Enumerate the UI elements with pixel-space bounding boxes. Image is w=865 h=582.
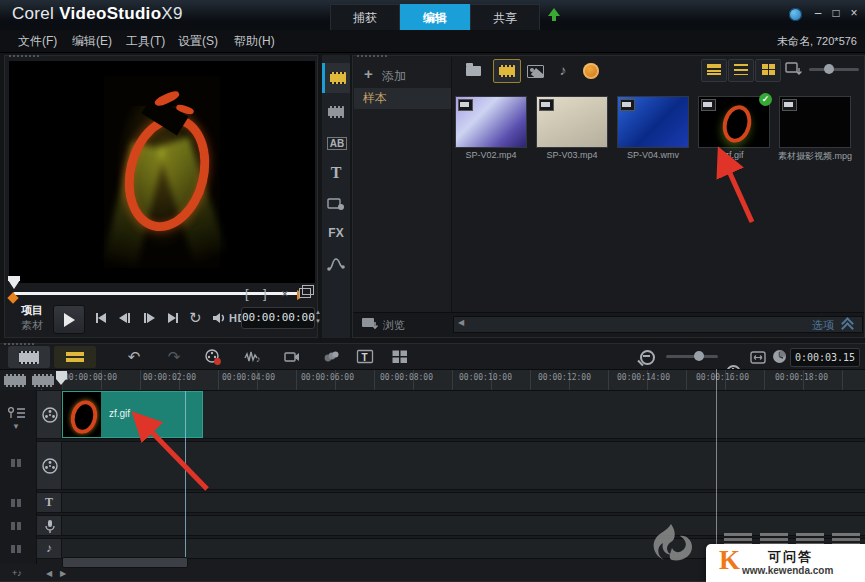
menu-settings[interactable]: 设置(S): [178, 33, 218, 50]
view-thumbnail-button[interactable]: [701, 59, 727, 82]
options-label[interactable]: 选项: [812, 318, 834, 333]
browse-label[interactable]: 浏览: [383, 318, 405, 333]
gallery-item-samples[interactable]: 样本: [354, 88, 451, 109]
next-frame-button[interactable]: [139, 308, 161, 328]
category-graphics-button[interactable]: [322, 189, 350, 219]
scroll-left-icon[interactable]: ◀: [458, 318, 464, 327]
media-thumb-spv04[interactable]: [617, 96, 689, 148]
previous-frame-button[interactable]: [115, 308, 137, 328]
zoom-out-button[interactable]: [640, 350, 655, 365]
add-gallery-label[interactable]: 添加: [382, 68, 406, 85]
music-small-icon[interactable]: ♪: [17, 568, 22, 578]
mark-in-button[interactable]: [: [245, 286, 249, 301]
storyboard-view-button[interactable]: [8, 346, 50, 368]
end-button[interactable]: [163, 308, 185, 328]
panel-drag-handle[interactable]: [9, 55, 39, 59]
title-track-row[interactable]: [62, 492, 865, 513]
mode-project-label[interactable]: 项目: [21, 303, 43, 318]
sort-media-button[interactable]: [785, 62, 803, 82]
media-thumb-spv02[interactable]: [455, 96, 527, 148]
library-scrollbar[interactable]: ◀: [453, 316, 863, 333]
media-browser-button[interactable]: [577, 59, 605, 83]
timecode-stepper[interactable]: ▲ ▼: [315, 308, 321, 326]
home-button[interactable]: [91, 308, 113, 328]
timecode-down-icon[interactable]: ▼: [315, 317, 321, 326]
music-track-toggle-icon[interactable]: [10, 544, 22, 554]
category-instant-project-button[interactable]: [322, 97, 350, 127]
overlay-track-header[interactable]: [36, 441, 62, 490]
category-title-button[interactable]: T: [322, 159, 350, 189]
time-remap-button[interactable]: [321, 348, 341, 366]
menu-edit[interactable]: 编辑(E): [72, 33, 112, 50]
fit-project-button[interactable]: [750, 350, 766, 368]
timeline-hscrollbar-thumb[interactable]: [62, 557, 188, 568]
title-track-toggle-icon[interactable]: [10, 498, 22, 508]
menu-help[interactable]: 帮助(H): [234, 33, 275, 50]
enlarge-preview-icon[interactable]: [299, 288, 311, 298]
media-thumb-mpg[interactable]: [779, 96, 851, 148]
sound-mixer-button[interactable]: ♪: [243, 348, 263, 366]
upgrade-arrow-icon[interactable]: [548, 8, 560, 16]
minimize-button[interactable]: –: [810, 6, 826, 22]
redo-button[interactable]: ↷: [164, 348, 184, 366]
close-button[interactable]: ×: [846, 6, 862, 22]
view-grid-button[interactable]: [755, 59, 781, 82]
category-motion-path-button[interactable]: [322, 249, 350, 279]
tab-share[interactable]: 共享: [470, 4, 540, 30]
video-track-header[interactable]: [36, 390, 62, 439]
overlay-track-row[interactable]: [62, 441, 865, 490]
category-filter-button[interactable]: FX: [322, 219, 350, 249]
mark-out-button[interactable]: ]: [263, 286, 267, 301]
voice-track-header[interactable]: [36, 515, 62, 536]
scrub-bar[interactable]: [13, 292, 303, 295]
subtitle-editor-button[interactable]: T: [355, 348, 375, 366]
menu-tools[interactable]: 工具(T): [126, 33, 165, 50]
timeline-time-display[interactable]: 0:00:03.15: [790, 348, 860, 367]
voice-track-toggle-icon[interactable]: [10, 521, 22, 531]
menu-file[interactable]: 文件(F): [18, 33, 57, 50]
auto-music-button[interactable]: [283, 348, 303, 366]
media-thumb-zfgif[interactable]: ✓: [698, 96, 770, 148]
play-button[interactable]: [53, 305, 85, 334]
scroll-left-button[interactable]: ◀: [46, 569, 52, 578]
category-transition-button[interactable]: AB: [322, 129, 350, 159]
options-collapse-icon[interactable]: [843, 319, 852, 328]
mode-clip-label[interactable]: 素材: [21, 318, 43, 333]
media-thumb-spv03[interactable]: [536, 96, 608, 148]
maximize-button[interactable]: □: [828, 6, 844, 22]
timeline-zoom-slider-thumb[interactable]: [694, 351, 704, 361]
filter-video-button[interactable]: [493, 59, 521, 83]
tab-capture[interactable]: 捕获: [330, 4, 400, 30]
track-view-single-icon[interactable]: [32, 374, 54, 387]
add-gallery-plus-icon[interactable]: +: [364, 65, 373, 82]
overlay-track-toggle-icon[interactable]: [10, 458, 22, 468]
track-collapse-icon[interactable]: ▼: [12, 422, 20, 431]
filter-audio-button[interactable]: ♪: [549, 59, 577, 83]
timeline-playhead-flag[interactable]: [56, 371, 67, 379]
timeline-clip-zfgif[interactable]: zf.gif: [62, 391, 203, 438]
scroll-right-button[interactable]: ▶: [60, 569, 66, 578]
thumbnail-size-slider[interactable]: [809, 68, 859, 71]
project-duration-clock-icon[interactable]: [772, 349, 787, 368]
track-manager-icon[interactable]: [7, 406, 27, 420]
globe-icon[interactable]: [789, 8, 802, 21]
import-media-button[interactable]: [459, 59, 487, 83]
music-track-header[interactable]: ♪: [36, 538, 62, 559]
undo-button[interactable]: ↶: [124, 348, 144, 366]
title-track-header[interactable]: T: [36, 492, 62, 513]
timeline-view-button[interactable]: [54, 346, 96, 368]
preview-timecode[interactable]: 00:00:00:00: [241, 307, 315, 329]
timeline-zoom-slider[interactable]: [666, 355, 718, 358]
record-capture-button[interactable]: [203, 348, 223, 366]
filter-photo-button[interactable]: [521, 59, 549, 83]
track-view-all-icon[interactable]: [4, 374, 26, 387]
repeat-button[interactable]: ↻: [189, 309, 202, 327]
split-screen-template-button[interactable]: [390, 348, 410, 366]
preview-video-area[interactable]: [9, 61, 315, 283]
timeline-ruler[interactable]: 00:00:00:00 00:00:02:00 00:00:04:00 00:0…: [0, 369, 865, 391]
split-delete-button[interactable]: ×: [281, 286, 289, 301]
view-list-button[interactable]: [728, 59, 754, 82]
scrub-position-marker[interactable]: [8, 280, 20, 289]
volume-button[interactable]: [209, 308, 231, 328]
thumbnail-size-slider-thumb[interactable]: [824, 64, 834, 74]
